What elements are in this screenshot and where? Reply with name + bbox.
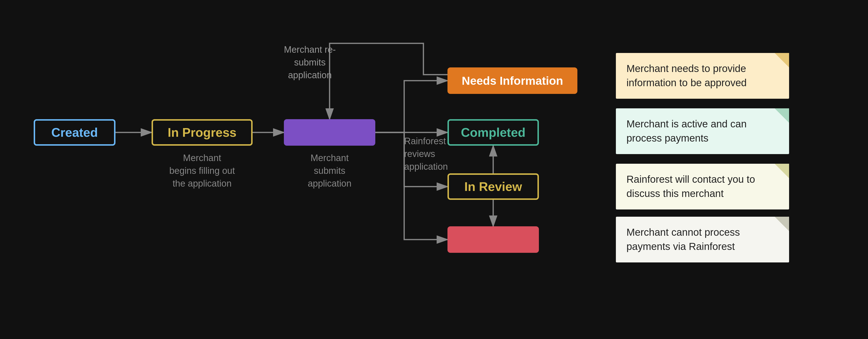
node-under-review (284, 119, 375, 146)
node-created: Created (34, 119, 116, 146)
note-completed: Merchant is active and can process payme… (616, 108, 789, 154)
note-needs-information: Merchant needs to provide information to… (616, 53, 789, 99)
sub-label-under-review: Merchantsubmitsapplication (281, 152, 378, 190)
sub-label-in-progress: Merchantbegins filling outthe applicatio… (149, 152, 255, 190)
note-rejected-text: Merchant cannot process payments via Rai… (626, 227, 740, 252)
arrow-label-resubmit: Merchant re-submitsapplication (276, 43, 344, 82)
node-in-progress-label: In Progress (168, 125, 237, 140)
note-in-review: Rainforest will contact you to discuss t… (616, 164, 789, 209)
node-created-label: Created (51, 125, 98, 140)
node-needs-information-label: Needs Information (462, 74, 563, 87)
note-in-review-text: Rainforest will contact you to discuss t… (626, 174, 755, 199)
note-rejected: Merchant cannot process payments via Rai… (616, 217, 789, 262)
node-in-progress: In Progress (152, 119, 253, 146)
node-rejected (447, 226, 539, 253)
sub-label-rainforest-reviews: Rainforestreviewsapplication (404, 135, 476, 173)
node-in-review: In Review (447, 173, 539, 200)
note-needs-information-text: Merchant needs to provide information to… (626, 63, 747, 88)
diagram-container: Created In Progress Needs Information Co… (0, 0, 868, 339)
node-in-review-label: In Review (464, 179, 522, 194)
note-completed-text: Merchant is active and can process payme… (626, 118, 747, 144)
node-needs-information: Needs Information (447, 67, 578, 94)
